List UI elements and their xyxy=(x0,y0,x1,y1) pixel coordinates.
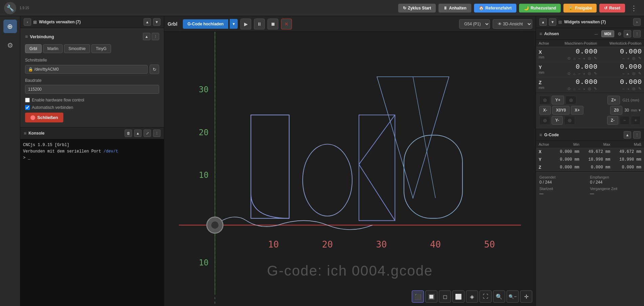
axis-y-work-edit-icon[interactable]: ✎ xyxy=(638,71,642,76)
axis-z-machine-loc-icon[interactable]: ◎ xyxy=(587,87,592,91)
axis-x-work-controls: − + ◎ ✎ xyxy=(602,55,642,61)
reset-button[interactable]: ↺ Reset xyxy=(599,4,625,13)
jog-circle-left-2[interactable]: ◎ xyxy=(539,116,550,125)
pan-button[interactable]: ✛ xyxy=(520,290,532,303)
hardware-flow-checkbox[interactable] xyxy=(25,98,30,102)
tab-grbl[interactable]: Grbl xyxy=(25,44,42,53)
view-side-button[interactable]: ◻ xyxy=(439,290,451,303)
jog-z-plus-button[interactable]: Z+ xyxy=(607,96,620,104)
zoom-out-button[interactable]: 🔍− xyxy=(507,290,519,303)
axis-z-machine-plus-btn[interactable]: + xyxy=(582,87,586,91)
axis-z-work-edit-icon[interactable]: ✎ xyxy=(638,87,642,91)
console-options-button[interactable]: ⋮ xyxy=(153,130,160,137)
baudrate-select[interactable]: 115200 xyxy=(25,85,159,94)
jog-circle-right-2[interactable]: ◎ xyxy=(564,116,575,125)
view-front-button[interactable]: 🔲 xyxy=(425,290,437,303)
gcode-options-button[interactable]: ⋮ xyxy=(633,131,641,139)
jog-y-minus-button[interactable]: Y- xyxy=(552,116,563,125)
axis-y-machine-loc-icon[interactable]: ◎ xyxy=(587,71,592,76)
axis-z-machine-home-icon[interactable]: ⊙ xyxy=(567,87,571,91)
stop-button[interactable]: ⏹ xyxy=(267,19,278,29)
close-gcode-button[interactable]: ✕ xyxy=(281,19,292,29)
axis-z-machine-edit-icon[interactable]: ✎ xyxy=(593,87,598,91)
axis-x-machine-target-icon[interactable]: ⌂ xyxy=(573,56,576,61)
axis-z-machine-minus-btn[interactable]: − xyxy=(578,87,581,91)
jog-plus-btn[interactable]: + xyxy=(631,116,641,125)
jog-x-minus-button[interactable]: X- xyxy=(539,106,551,115)
view-iso-button[interactable]: ◈ xyxy=(466,290,478,303)
axis-y-machine-target-icon[interactable]: ⌂ xyxy=(573,71,576,76)
freigabe-button[interactable]: 🔓 Freigabe xyxy=(563,4,597,13)
gcode-upload-button[interactable]: G-Code hochladen xyxy=(183,19,229,29)
right-panel-up-button[interactable]: ▲ xyxy=(539,18,547,26)
console-expand-button[interactable]: ⤢ xyxy=(144,130,151,137)
mdi-button[interactable]: MDI xyxy=(601,30,614,37)
axis-x-machine-edit-icon[interactable]: ✎ xyxy=(593,56,598,61)
axis-z-machine-target-icon[interactable]: ⌂ xyxy=(573,87,576,91)
axes-options-button[interactable]: ⋮ xyxy=(633,30,641,38)
panel-down-button[interactable]: ▼ xyxy=(153,18,160,26)
view-3d-button[interactable]: ⬛ xyxy=(412,290,424,303)
axis-y-work-minus-btn[interactable]: − xyxy=(622,71,625,76)
axis-x-machine-plus-btn[interactable]: + xyxy=(582,56,586,61)
sidebar-item-connection[interactable]: ⊕ xyxy=(3,20,17,33)
axis-x-machine-minus-btn[interactable]: − xyxy=(578,56,581,61)
pause-button[interactable]: ⏸ xyxy=(254,19,265,29)
anhalten-button[interactable]: ⏸ Anhalten xyxy=(438,4,471,13)
axis-y-work-loc-icon[interactable]: ◎ xyxy=(631,71,636,76)
tab-tinyg[interactable]: TinyG xyxy=(91,44,111,53)
verbindung-options-button[interactable]: ⋮ xyxy=(152,33,159,40)
tab-smoothie[interactable]: Smoothie xyxy=(64,44,90,53)
sidebar-item-settings[interactable]: ⚙ xyxy=(3,39,17,52)
right-panel-down-button[interactable]: ▼ xyxy=(549,18,556,26)
workspace-selector[interactable]: G54 (P1) xyxy=(459,19,490,29)
jog-circle-right[interactable]: ◎ xyxy=(565,96,576,104)
console-clear-button[interactable]: 🗑 xyxy=(125,130,132,137)
jog-x-plus-button[interactable]: X+ xyxy=(571,106,583,115)
more-options-button[interactable]: ⋮ xyxy=(628,4,640,12)
close-connection-button[interactable]: Schließen xyxy=(25,113,63,122)
jog-step-dropdown[interactable]: ▾ xyxy=(639,108,641,113)
axis-y-work-plus-btn[interactable]: + xyxy=(627,71,630,76)
tab-marlin[interactable]: Marlin xyxy=(43,44,63,53)
jog-z0-button[interactable]: Z0 xyxy=(610,106,622,115)
jog-circle-left[interactable]: ◎ xyxy=(539,96,550,104)
axis-y-machine-plus-btn[interactable]: + xyxy=(582,71,586,76)
axis-x-work-minus-btn[interactable]: − xyxy=(622,56,625,61)
gcode-dropdown-button[interactable]: ▾ xyxy=(230,19,238,29)
axis-z-work-plus-btn[interactable]: + xyxy=(627,87,630,91)
port-refresh-button[interactable]: ↻ xyxy=(150,65,159,74)
ruhezustand-button[interactable]: 🌙 Ruhezustand xyxy=(519,4,561,13)
gcode-expand-button[interactable]: ▲ xyxy=(624,131,631,139)
jog-x0y0-button[interactable]: X0Y0 xyxy=(552,106,570,115)
axes-expand-button[interactable]: ▲ xyxy=(624,30,631,38)
port-select[interactable]: 🔒 /dev/ttyACM0 xyxy=(25,65,148,74)
panel-up-button[interactable]: ▲ xyxy=(144,18,151,26)
axis-y-machine-home-icon[interactable]: ⊙ xyxy=(567,71,571,76)
console-scroll-up-button[interactable]: ▲ xyxy=(134,130,142,137)
jog-y-plus-button[interactable]: Y+ xyxy=(552,96,564,104)
panel-back-button[interactable]: ‹ xyxy=(24,18,31,26)
fit-view-button[interactable]: ⛶ xyxy=(479,290,492,303)
axis-x-work-edit-icon[interactable]: ✎ xyxy=(638,56,642,61)
axis-y-machine-edit-icon[interactable]: ✎ xyxy=(593,71,598,76)
axis-x-machine-loc-icon[interactable]: ◎ xyxy=(587,56,592,61)
view-selector[interactable]: 👁 3D-Ansicht xyxy=(493,19,532,29)
axis-x-work-loc-icon[interactable]: ◎ xyxy=(631,56,636,61)
view-top-button[interactable]: ⬜ xyxy=(452,290,465,303)
axis-x-machine-home-icon[interactable]: ⊙ xyxy=(567,56,571,61)
zoom-in-button[interactable]: 🔍 xyxy=(493,290,505,303)
zyklus-start-button[interactable]: ↻ Zyklus Start xyxy=(398,4,436,13)
axis-z-work-minus-btn[interactable]: − xyxy=(622,87,625,91)
axis-y-machine-minus-btn[interactable]: − xyxy=(578,71,581,76)
verbindung-expand-button[interactable]: ▲ xyxy=(143,33,150,40)
right-panel-expand-button[interactable]: › xyxy=(633,18,641,26)
canvas-viewport[interactable]: 30 20 10 10 10 20 30 40 50 xyxy=(164,32,536,306)
jog-z-minus-button[interactable]: Z- xyxy=(607,116,618,125)
axis-z-work-loc-icon[interactable]: ◎ xyxy=(631,87,636,91)
referenzfahrt-button[interactable]: 🏠 Referenzfahrt xyxy=(474,4,516,13)
axis-x-work-plus-btn[interactable]: + xyxy=(627,56,630,61)
auto-connect-checkbox[interactable] xyxy=(25,105,30,110)
play-button[interactable]: ▶ xyxy=(240,19,251,29)
jog-minus-btn[interactable]: − xyxy=(620,116,629,125)
